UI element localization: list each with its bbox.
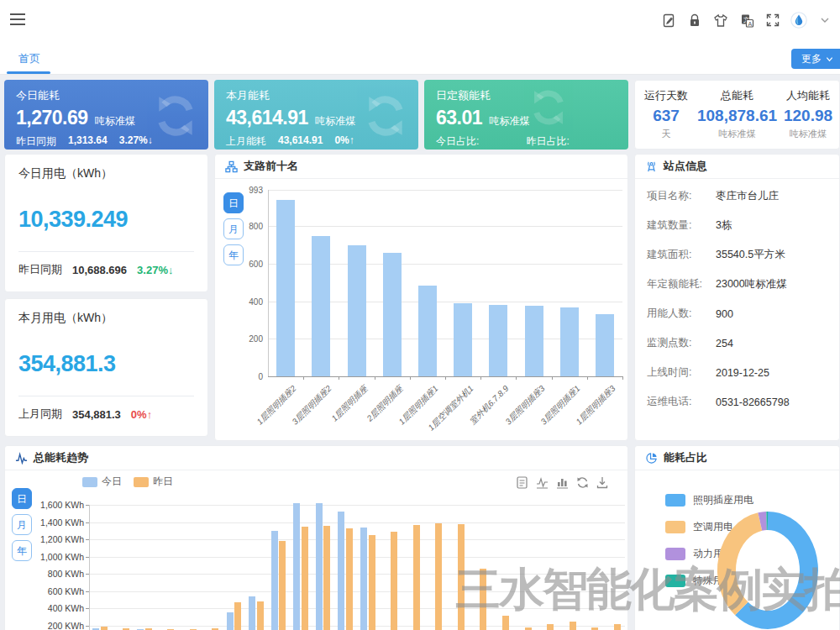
branch-bar[interactable] [312, 236, 330, 376]
donut-segment-照明插座用电[interactable] [742, 521, 809, 620]
panel-title: 总能耗趋势 [34, 450, 88, 465]
panel-title: 能耗占比 [664, 450, 707, 465]
site-info-row: 监测点数:254 [635, 328, 839, 358]
summary-unit: 天 [635, 128, 697, 140]
recycle-icon [151, 92, 200, 140]
trend-bar-yesterday[interactable] [101, 627, 108, 630]
branch-bar-chart: 99380060040020001层照明插座23层照明插座21层照明插座2层照明… [215, 178, 627, 440]
more-button[interactable]: 更多 [791, 49, 840, 69]
trend-bar-yesterday[interactable] [234, 602, 241, 630]
card-value: 63.01 [436, 107, 482, 129]
trend-bar-yesterday[interactable] [525, 627, 532, 630]
theme-icon[interactable] [712, 12, 729, 29]
signal-tower-icon [645, 160, 658, 173]
fullscreen-icon[interactable] [764, 12, 781, 29]
summary-value: 637 [635, 107, 697, 125]
branch-bar[interactable] [560, 307, 579, 376]
trend-bar-yesterday[interactable] [570, 622, 576, 630]
dropdown-chevron-icon[interactable] [816, 12, 833, 29]
x-axis-category-label: 1层照明插座 [328, 383, 370, 424]
y-axis-tick-label: 1,200 KWh [32, 534, 84, 544]
lock-icon[interactable] [686, 12, 703, 29]
dashboard-root: 文A 首页 更多 今日能耗 1,270.69 吨标准煤 昨日 [0, 0, 840, 630]
card-sub-label: 上月能耗 [226, 134, 266, 149]
y-axis-tick-label: 993 [229, 186, 263, 195]
card-title: 本月用电（kWh） [18, 311, 194, 326]
trend-bar-today[interactable] [293, 503, 300, 630]
branch-bar[interactable] [596, 314, 614, 376]
trend-bar-today[interactable] [360, 528, 367, 630]
energy-share-panel: 能耗占比 照明插座用电空调用电动力用电特殊用电 [634, 445, 840, 630]
x-axis-tick [410, 376, 411, 380]
y-axis-tick-label: 600 [229, 259, 263, 268]
trend-bar-yesterday[interactable] [391, 532, 397, 630]
card-value: 354,881.3 [18, 351, 194, 377]
trend-bar-yesterday[interactable] [323, 526, 330, 630]
trend-bar-yesterday[interactable] [458, 524, 465, 630]
menu-toggle-icon[interactable] [10, 13, 27, 27]
trend-bar-today[interactable] [271, 531, 278, 630]
tab-home[interactable]: 首页 [10, 48, 49, 70]
divider [18, 396, 194, 396]
trend-bar-yesterday[interactable] [257, 601, 264, 630]
card-title: 今日用电（kWh） [18, 166, 194, 181]
card-value: 10,339.249 [18, 207, 194, 233]
x-axis-tick [622, 376, 623, 380]
summary-running-days: 运行天数 637 天 [635, 81, 697, 149]
energy-share-donut[interactable] [635, 470, 839, 630]
y-axis-tick-label: 400 KWh [32, 603, 84, 613]
summary-unit: 吨标准煤 [777, 128, 839, 140]
trend-bar-yesterday[interactable] [614, 624, 621, 630]
trend-bar-today[interactable] [227, 612, 234, 630]
recycle-icon [528, 87, 570, 129]
trend-bar-yesterday[interactable] [346, 528, 353, 630]
trend-bar-yesterday[interactable] [480, 569, 486, 630]
summary-value: 120.98 [777, 107, 839, 125]
branch-bar[interactable] [383, 253, 402, 376]
branch-bar[interactable] [454, 303, 472, 376]
site-info-row: 用能人数:900 [635, 299, 839, 328]
site-info-label: 建筑数量: [647, 218, 716, 233]
logo-water-drop[interactable] [790, 12, 807, 29]
x-axis-tick [552, 376, 553, 380]
donut-segment-空调用电[interactable] [727, 522, 760, 609]
gridline [268, 190, 622, 191]
summary-label: 人均能耗 [777, 88, 839, 103]
trend-bar-today[interactable] [316, 503, 323, 630]
svg-text:A: A [748, 20, 752, 26]
y-axis-tick-label: 400 [229, 297, 263, 306]
branch-bar[interactable] [348, 245, 366, 376]
y-axis-line [89, 505, 90, 630]
trend-bar-yesterday[interactable] [435, 523, 442, 630]
site-info-label: 上线时间: [647, 365, 716, 380]
trend-bar-today[interactable] [338, 512, 344, 630]
site-info-value: 254 [716, 338, 733, 349]
site-info-label: 运维电话: [647, 395, 716, 409]
trend-bar-yesterday[interactable] [502, 616, 509, 630]
trend-bar-yesterday[interactable] [369, 535, 375, 630]
summary-unit: 吨标准煤 [697, 128, 777, 140]
trend-bar-today[interactable] [249, 596, 255, 630]
branch-bar[interactable] [418, 286, 437, 376]
branch-bar[interactable] [276, 200, 295, 376]
site-info-value: 3栋 [716, 218, 732, 233]
gridline [89, 608, 625, 609]
gridline [89, 626, 625, 627]
trend-bar-yesterday[interactable] [547, 624, 554, 630]
card-sub-value: 354,881.3 [72, 408, 121, 421]
trend-panel: 总能耗趋势 今日昨日 日月年 1,600 KWh1,400 KWh1,200 K… [4, 445, 628, 630]
site-info-label: 年定额能耗: [647, 277, 716, 291]
trend-bar-yesterday[interactable] [591, 627, 598, 630]
site-info-row: 建筑面积:35540.5平方米 [635, 240, 839, 270]
y-axis-tick-label: 800 KWh [32, 569, 84, 579]
donut-segment-动力用电[interactable] [760, 521, 767, 522]
trend-bar-chart: 1,600 KWh1,400 KWh1,200 KWh1,000 KWh800 … [5, 470, 627, 630]
trend-bar-yesterday[interactable] [413, 525, 420, 630]
trend-bar-yesterday[interactable] [279, 541, 286, 630]
trend-bar-yesterday[interactable] [302, 527, 308, 630]
translate-icon[interactable]: 文A [738, 12, 755, 29]
x-axis-tick [480, 376, 481, 380]
note-icon[interactable] [660, 12, 677, 29]
branch-bar[interactable] [525, 306, 543, 376]
branch-bar[interactable] [489, 305, 507, 376]
